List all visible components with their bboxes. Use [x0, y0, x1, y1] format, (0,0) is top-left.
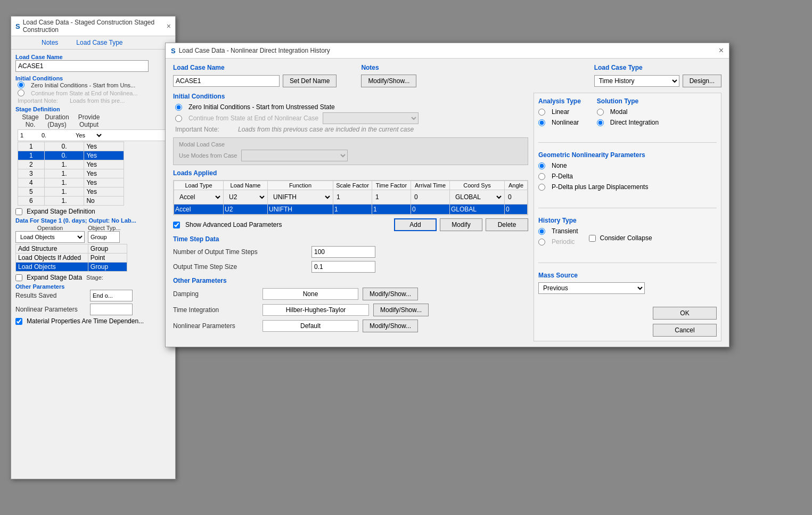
- design-button[interactable]: Design...: [683, 75, 721, 87]
- bg-expand-stage-def-checkbox[interactable]: [15, 208, 22, 215]
- angle-input[interactable]: [506, 192, 526, 202]
- bg-close-button[interactable]: ×: [167, 22, 171, 30]
- bg-tab-load-case-type[interactable]: Load Case Type: [67, 36, 132, 49]
- output-time-step-input[interactable]: [311, 261, 375, 273]
- bg-expand-stage-data-checkbox[interactable]: [15, 274, 22, 281]
- show-advanced-checkbox[interactable]: [173, 222, 180, 228]
- bg-stage-row[interactable]: 61.No: [18, 197, 124, 206]
- main-radio-zero[interactable]: [175, 104, 182, 111]
- bg-stage-row[interactable]: 10.Yes: [18, 142, 124, 151]
- set-def-name-button[interactable]: Set Def Name: [283, 75, 337, 87]
- lcn-input[interactable]: [173, 75, 280, 87]
- consider-collapse-checkbox[interactable]: [589, 235, 596, 242]
- add-button[interactable]: Add: [394, 218, 437, 231]
- p-delta-radio[interactable]: [538, 173, 545, 180]
- bg-material-checkbox[interactable]: [15, 318, 22, 325]
- main-dialog-title: Load Case Data - Nonlinear Direct Integr…: [179, 47, 330, 54]
- delete-button[interactable]: Delete: [486, 218, 528, 231]
- bg-stage-col1b: No.: [20, 121, 41, 128]
- bg-stage-definition-label: Stage Definition: [15, 106, 171, 112]
- bg-stage-row[interactable]: 51.Yes: [18, 187, 124, 197]
- bg-load-case-name-label: Load Case Name: [15, 54, 171, 60]
- function-select[interactable]: UNIFTH: [269, 191, 332, 203]
- bg-op-row[interactable]: Add StructureGroup: [16, 244, 127, 254]
- bg-obj-type-col-header: Object Typ...: [88, 225, 121, 231]
- direct-integration-radio[interactable]: [597, 119, 604, 126]
- bg-data-for-stage-label: Data For Stage 1 (0. days; Output: No La…: [15, 217, 171, 224]
- nonlinear-params-label: Nonlinear Parameters: [173, 322, 258, 330]
- selected-arrival: 0: [411, 205, 450, 215]
- bg-obj-type-input[interactable]: [88, 231, 120, 243]
- bg-nonlinear-params-input[interactable]: [90, 304, 133, 315]
- bg-op-table: Add StructureGroupLoad Objects If AddedP…: [15, 244, 127, 272]
- main-continue-select[interactable]: [323, 112, 419, 124]
- loads-table-container: Load Type Load Name Function Scale Facto…: [173, 180, 528, 215]
- direct-integration-label: Direct Integration: [610, 119, 659, 126]
- p-delta-large-label: P-Delta plus Large Displacements: [552, 183, 648, 191]
- none-radio[interactable]: [538, 162, 545, 169]
- modify-show-notes-button[interactable]: Modify/Show...: [361, 75, 416, 87]
- loads-selected-row[interactable]: Accel U2 UNIFTH 1 1 0 GLOBAL 0: [174, 205, 528, 215]
- bg-radio-zero[interactable]: [18, 81, 24, 88]
- coord-sys-select[interactable]: GLOBAL: [451, 191, 503, 203]
- bg-nonlinear-params-label: Nonlinear Parameters: [15, 306, 90, 313]
- selected-angle: 0: [505, 205, 528, 215]
- bg-dialog-title-bar: S Load Case Data - Staged Construction S…: [11, 17, 175, 36]
- function-col: Function: [268, 181, 333, 190]
- damping-modify-button[interactable]: Modify/Show...: [363, 288, 418, 300]
- bg-tab-notes[interactable]: Notes: [32, 36, 67, 49]
- selected-name: U2: [224, 205, 268, 215]
- p-delta-large-radio[interactable]: [538, 184, 545, 191]
- nonlinear-radio[interactable]: [538, 119, 545, 126]
- bg-stage-edit-output[interactable]: Yes No: [71, 130, 103, 141]
- bg-stage-row[interactable]: 10.Yes: [18, 151, 124, 160]
- selected-scale: 1: [333, 205, 372, 215]
- time-integration-modify-button[interactable]: Modify/Show...: [373, 304, 429, 316]
- damping-label: Damping: [173, 290, 258, 298]
- loads-input-row: Accel U2: [174, 190, 528, 205]
- main-close-button[interactable]: ×: [719, 46, 724, 55]
- transient-radio[interactable]: [538, 228, 545, 235]
- bg-op-row[interactable]: Load ObjectsGroup: [16, 263, 127, 272]
- use-modes-select[interactable]: [241, 150, 348, 161]
- bg-dialog-body: Load Case Name Initial Conditions Zero I…: [11, 50, 175, 329]
- num-output-steps-input[interactable]: [311, 246, 375, 258]
- bg-radio-continue-label: Continue from State at End of Nonlinea..…: [31, 90, 138, 96]
- modify-button[interactable]: Modify: [440, 218, 482, 231]
- time-integration-label: Time Integration: [173, 306, 258, 314]
- ok-button[interactable]: OK: [653, 307, 717, 320]
- ic-label: Initial Conditions: [173, 93, 528, 100]
- linear-radio[interactable]: [538, 109, 545, 116]
- output-time-step-label: Output Time Step Size: [173, 263, 311, 271]
- bg-radio-continue[interactable]: [18, 89, 24, 96]
- bg-stage-row[interactable]: 41.Yes: [18, 178, 124, 187]
- arrival-time-input[interactable]: [412, 192, 448, 202]
- bg-stage-row[interactable]: 21.Yes: [18, 160, 124, 169]
- scale-factor-input[interactable]: [334, 192, 371, 202]
- main-radio-continue[interactable]: [175, 115, 182, 122]
- loads-applied-label: Loads Applied: [173, 169, 528, 177]
- bg-stage-row[interactable]: 31.Yes: [18, 169, 124, 178]
- nonlinear-params-modify-button[interactable]: Modify/Show...: [363, 320, 418, 332]
- lct-select[interactable]: Time History: [594, 75, 679, 87]
- periodic-label: Periodic: [552, 238, 575, 246]
- modal-radio[interactable]: [597, 109, 604, 116]
- cancel-button[interactable]: Cancel: [653, 324, 717, 337]
- mass-source-select[interactable]: Previous: [538, 282, 645, 294]
- load-name-select[interactable]: U2: [225, 191, 266, 203]
- use-modes-label: Use Modes from Case: [179, 152, 237, 159]
- bg-op-row[interactable]: Load Objects If AddedPoint: [16, 254, 127, 263]
- modal-load-case-section: Modal Load Case Use Modes from Case: [173, 137, 528, 165]
- bg-load-case-name-input[interactable]: [15, 60, 149, 72]
- load-type-select[interactable]: Accel: [175, 191, 222, 203]
- main-important-note-label: Important Note:: [175, 126, 234, 133]
- periodic-radio[interactable]: [538, 239, 545, 246]
- bg-operation-select[interactable]: Load Objects: [15, 231, 85, 243]
- selected-function: UNIFTH: [268, 205, 333, 215]
- nonlinear-params-value: Default: [263, 320, 358, 332]
- bg-results-saved-input[interactable]: [90, 290, 133, 301]
- arrival-time-col: Arrival Time: [411, 181, 450, 190]
- transient-label: Transient: [552, 227, 578, 235]
- time-factor-input[interactable]: [373, 192, 409, 202]
- main-radio-zero-label: Zero Initial Conditions - Start from Uns…: [188, 103, 335, 111]
